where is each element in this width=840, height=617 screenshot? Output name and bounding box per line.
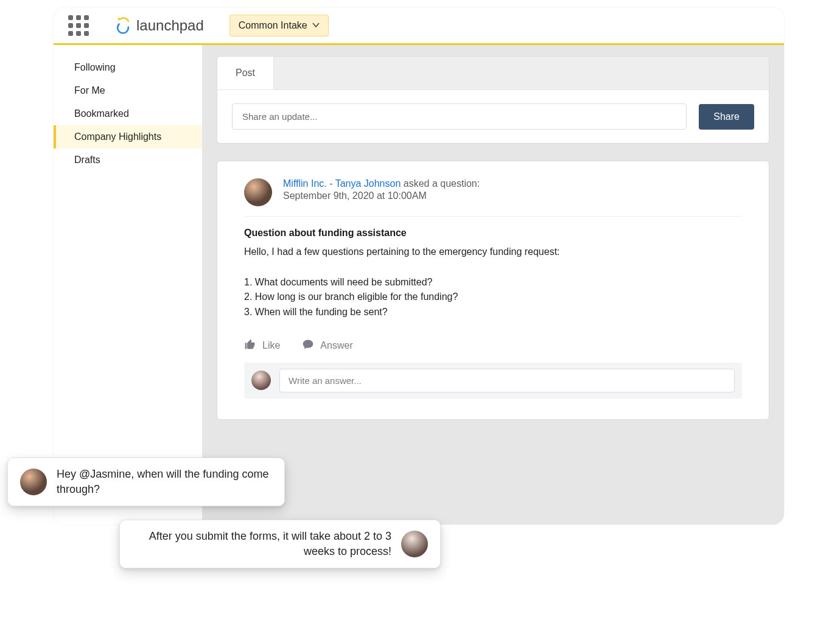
sidebar-item-company-highlights[interactable]: Company Highlights xyxy=(54,125,202,148)
post-timestamp: September 9th, 2020 at 10:00AM xyxy=(283,190,480,201)
post-action-suffix: asked a question: xyxy=(401,178,480,189)
post-text: Hello, I had a few questions pertaining … xyxy=(244,245,742,320)
svg-point-1 xyxy=(118,18,121,20)
author-avatar[interactable] xyxy=(244,178,272,206)
topbar: launchpad Common Intake xyxy=(54,7,784,45)
post-meta: Mifflin Inc. - Tanya Johnson asked a que… xyxy=(283,178,480,201)
chevron-down-icon xyxy=(312,21,320,30)
nav-dropdown-label: Common Intake xyxy=(239,20,307,31)
chat-bubble-incoming: Hey @Jasmine, when will the funding come… xyxy=(7,458,285,506)
author-separator: - xyxy=(327,178,335,189)
answer-button[interactable]: Answer xyxy=(302,338,352,353)
composer-body: Share xyxy=(217,90,769,143)
logo-icon xyxy=(113,16,133,35)
answer-input[interactable] xyxy=(279,369,735,392)
main-area: Post Share Mifflin Inc. - Tanya Johnson … xyxy=(202,45,784,525)
app-window: launchpad Common Intake Following For Me… xyxy=(54,7,784,525)
chat-message-1: Hey @Jasmine, when will the funding come… xyxy=(57,467,272,497)
post-title: Question about funding assistance xyxy=(244,228,742,239)
app-launcher-icon[interactable] xyxy=(65,12,93,40)
share-update-input[interactable] xyxy=(232,103,687,130)
feed-post: Mifflin Inc. - Tanya Johnson asked a que… xyxy=(217,161,769,420)
current-user-avatar[interactable] xyxy=(251,371,271,390)
post-actions: Like Answer xyxy=(244,338,742,353)
post-body: Question about funding assistance Hello,… xyxy=(244,217,742,320)
share-button[interactable]: Share xyxy=(699,104,754,130)
logo: launchpad xyxy=(113,16,204,35)
nav-dropdown-common-intake[interactable]: Common Intake xyxy=(229,15,329,37)
author-name-link[interactable]: Tanya Johnson xyxy=(335,178,401,189)
sidebar-item-drafts[interactable]: Drafts xyxy=(54,148,202,172)
chat-message-2: After you submit the forms, it will take… xyxy=(132,529,391,559)
author-org-link[interactable]: Mifflin Inc. xyxy=(283,178,327,189)
composer-card: Post Share xyxy=(217,56,769,144)
sidebar-item-for-me[interactable]: For Me xyxy=(54,79,202,102)
thumbs-up-icon xyxy=(244,338,256,353)
content: Following For Me Bookmarked Company High… xyxy=(54,45,784,525)
chat-bubble-reply: After you submit the forms, it will take… xyxy=(119,520,441,568)
svg-point-0 xyxy=(117,22,128,33)
sidebar-item-following[interactable]: Following xyxy=(54,56,202,79)
sidebar-item-bookmarked[interactable]: Bookmarked xyxy=(54,102,202,125)
sidebar: Following For Me Bookmarked Company High… xyxy=(54,45,202,525)
chat-avatar-1 xyxy=(20,469,47,495)
tab-post[interactable]: Post xyxy=(217,57,274,89)
post-header: Mifflin Inc. - Tanya Johnson asked a que… xyxy=(244,178,742,217)
speech-bubble-icon xyxy=(302,338,314,353)
answer-row xyxy=(244,363,742,399)
chat-avatar-2 xyxy=(401,531,428,557)
answer-label: Answer xyxy=(320,340,352,351)
like-button[interactable]: Like xyxy=(244,338,280,353)
logo-text: launchpad xyxy=(136,17,204,34)
like-label: Like xyxy=(262,340,280,351)
post-author-line: Mifflin Inc. - Tanya Johnson asked a que… xyxy=(283,178,480,189)
composer-tabs: Post xyxy=(217,57,769,90)
